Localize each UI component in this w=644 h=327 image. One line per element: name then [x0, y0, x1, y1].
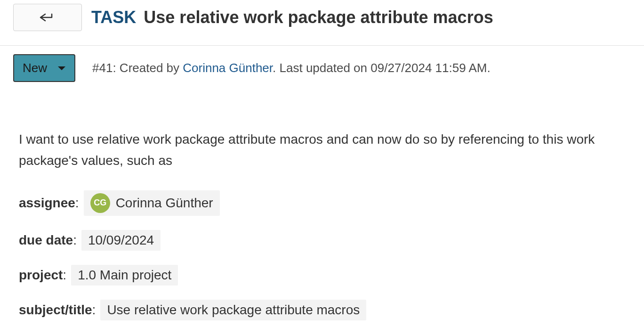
description-text: I want to use relative work package attr… [19, 129, 625, 172]
subject-label: subject/title [19, 302, 92, 317]
attribute-subject: subject/title: Use relative work package… [19, 300, 625, 320]
project-value: 1.0 Main project [78, 268, 171, 283]
assignee-value: Corinna Günther [116, 196, 213, 211]
back-arrow-icon [40, 13, 56, 22]
subject-value-box: Use relative work package attribute macr… [100, 300, 366, 320]
attribute-project: project: 1.0 Main project [19, 265, 625, 286]
title-block: TASK Use relative work package attribute… [91, 8, 493, 27]
issue-id: #41: [92, 61, 116, 75]
due-date-value-box: 10/09/2024 [81, 230, 161, 251]
updated-at: 09/27/2024 11:59 AM [370, 61, 487, 75]
author-link[interactable]: Corinna Günther [183, 61, 273, 75]
attribute-assignee: assignee: CG Corinna Günther [19, 190, 625, 216]
created-by-prefix: Created by [120, 61, 183, 75]
updated-prefix: . Last updated on [273, 61, 370, 75]
project-label: project [19, 268, 63, 282]
meta-suffix: . [487, 61, 490, 75]
status-dropdown[interactable]: New [13, 54, 75, 82]
type-label: TASK [91, 8, 136, 27]
avatar: CG [90, 193, 110, 213]
due-date-value: 10/09/2024 [88, 233, 154, 248]
project-value-box: 1.0 Main project [71, 265, 178, 286]
chevron-down-icon [57, 65, 66, 71]
assignee-label: assignee [19, 196, 75, 210]
back-button[interactable] [13, 4, 82, 31]
header-bar: TASK Use relative work package attribute… [0, 0, 644, 46]
description-section: I want to use relative work package attr… [0, 82, 644, 320]
attribute-due-date: due date: 10/09/2024 [19, 230, 625, 251]
meta-row: New #41: Created by Corinna Günther. Las… [0, 46, 644, 82]
meta-info: #41: Created by Corinna Günther. Last up… [92, 61, 491, 75]
due-date-label: due date [19, 233, 73, 247]
status-label: New [23, 61, 47, 75]
assignee-value-box: CG Corinna Günther [84, 190, 220, 216]
subject-value: Use relative work package attribute macr… [107, 302, 360, 318]
page-title[interactable]: Use relative work package attribute macr… [144, 8, 493, 27]
